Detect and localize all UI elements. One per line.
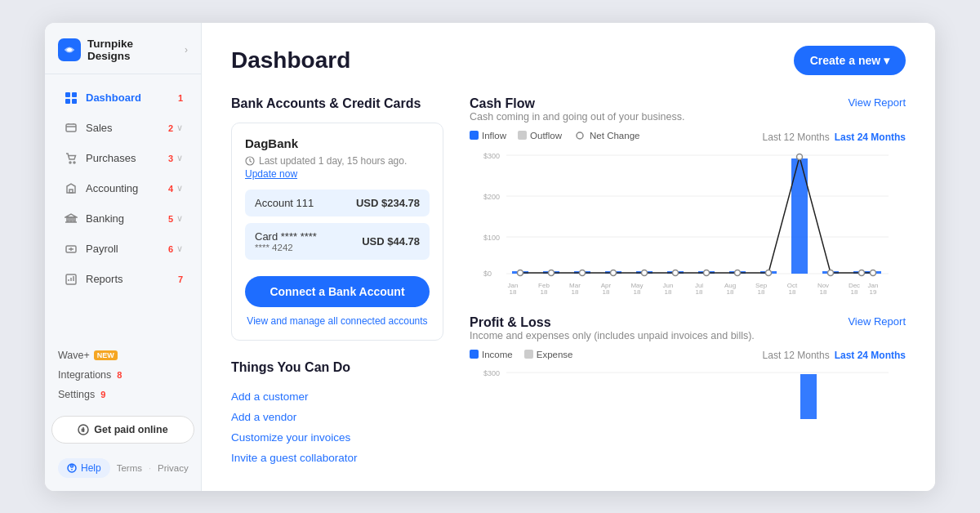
settings-label: Settings — [58, 389, 95, 400]
sidebar-footer: Help Terms · Privacy — [45, 452, 201, 478]
view-accounts-link[interactable]: View and manage all connected accounts — [245, 315, 430, 327]
pl-period-12-tab[interactable]: Last 12 Months — [763, 350, 830, 361]
invite-collaborator-link[interactable]: Invite a guest collaborator — [231, 448, 443, 468]
svg-text:18: 18 — [820, 288, 827, 294]
account-amount-2: USD $44.78 — [362, 235, 420, 248]
sidebar-item-label: Dashboard — [86, 91, 176, 104]
sidebar-bottom: Get paid online — [45, 408, 201, 452]
pl-header: Profit & Loss Income and expenses only (… — [470, 315, 906, 348]
pl-period-24-tab[interactable]: Last 24 Months — [835, 350, 906, 361]
privacy-link[interactable]: Privacy — [158, 463, 189, 473]
left-column: Bank Accounts & Credit Cards DagBank Las… — [231, 96, 443, 468]
svg-text:18: 18 — [572, 288, 579, 294]
svg-point-49 — [859, 270, 865, 275]
svg-point-42 — [642, 270, 648, 275]
nav-num-integrations: 8 — [117, 370, 122, 380]
sidebar-item-purchases[interactable]: Purchases 3 ∨ — [51, 144, 194, 173]
svg-text:$100: $100 — [483, 234, 500, 242]
terms-link[interactable]: Terms — [117, 463, 142, 473]
svg-point-41 — [611, 270, 617, 275]
main-header: Dashboard Create a new ▾ — [231, 46, 906, 75]
nav-num-dashboard: 1 — [178, 93, 183, 103]
main-content: Dashboard Create a new ▾ Bank Accounts &… — [202, 23, 935, 491]
expense-dot — [524, 350, 533, 359]
svg-rect-79 — [800, 374, 817, 419]
svg-point-5 — [69, 162, 71, 163]
bank-section-title: Bank Accounts & Credit Cards — [231, 96, 443, 111]
svg-point-48 — [828, 270, 834, 275]
sidebar-item-payroll[interactable]: Payroll 6 ∨ — [51, 234, 194, 264]
chevron-down-icon: ∨ — [176, 183, 183, 194]
period-12-tab[interactable]: Last 12 Months — [763, 132, 830, 143]
brand-logo — [58, 38, 81, 61]
svg-rect-9 — [70, 217, 72, 221]
svg-text:18: 18 — [541, 288, 548, 294]
pl-period-tabs: Last 12 Months Last 24 Months — [763, 350, 906, 361]
period-tabs: Last 12 Months Last 24 Months — [763, 132, 906, 143]
sidebar-item-label: Reports — [86, 273, 176, 285]
sidebar-item-label: Purchases — [86, 152, 166, 164]
get-paid-button[interactable]: Get paid online — [51, 416, 194, 444]
cashflow-view-report-link[interactable]: View Report — [848, 96, 906, 109]
sidebar-item-label: Payroll — [86, 243, 166, 255]
svg-point-43 — [673, 270, 679, 275]
cashflow-subtitle: Cash coming in and going out of your bus… — [470, 111, 684, 123]
nav-num-sales: 2 — [168, 123, 173, 133]
income-dot — [470, 350, 479, 359]
svg-text:18: 18 — [727, 288, 734, 294]
connect-bank-button[interactable]: Connect a Bank Account — [245, 276, 430, 307]
sidebar-item-sales[interactable]: Sales 2 ∨ — [51, 114, 194, 143]
customize-invoices-link[interactable]: Customize your invoices — [231, 427, 443, 448]
nav-num-settings: 9 — [100, 390, 105, 399]
sidebar-item-reports[interactable]: Reports 7 — [51, 265, 194, 294]
content-columns: Bank Accounts & Credit Cards DagBank Las… — [231, 96, 906, 468]
wave-plus-item[interactable]: Wave+ NEW — [58, 346, 188, 365]
things-section: Things You Can Do Add a customer Add a v… — [231, 360, 443, 468]
nav-num-banking: 5 — [168, 214, 173, 224]
wave-plus-label: Wave+ — [58, 350, 90, 361]
pl-title: Profit & Loss — [470, 315, 755, 330]
sidebar-item-integrations[interactable]: Integrations 8 — [58, 365, 188, 385]
period-24-tab[interactable]: Last 24 Months — [835, 132, 906, 143]
update-link[interactable]: Update now — [245, 168, 430, 180]
income-legend: Income — [470, 350, 513, 359]
add-vendor-link[interactable]: Add a vendor — [231, 407, 443, 427]
svg-text:19: 19 — [870, 288, 877, 294]
sidebar-item-accounting[interactable]: Accounting 4 ∨ — [51, 174, 194, 203]
create-new-button[interactable]: Create a new ▾ — [794, 46, 906, 75]
svg-rect-8 — [67, 217, 69, 221]
svg-point-45 — [735, 270, 741, 275]
account-label-2: Card **** **** **** 4242 — [255, 230, 317, 252]
help-button[interactable]: Help — [58, 458, 110, 478]
sidebar-item-label: Banking — [86, 212, 166, 225]
new-badge: NEW — [94, 350, 118, 360]
svg-text:$200: $200 — [483, 193, 500, 201]
brand-area[interactable]: Turnpike Designs › — [45, 23, 201, 74]
svg-point-50 — [871, 270, 876, 275]
sidebar-extras: Wave+ NEW Integrations 8 Settings 9 — [45, 337, 201, 408]
cashflow-title: Cash Flow — [470, 96, 684, 111]
svg-rect-0 — [65, 92, 70, 97]
bank-updated-text: Last updated 1 day, 15 hours ago. — [245, 155, 430, 167]
svg-rect-10 — [74, 217, 75, 221]
chevron-down-icon: ∨ — [176, 213, 183, 224]
help-label: Help — [81, 462, 101, 474]
svg-rect-1 — [72, 92, 77, 97]
nav-num-accounting: 4 — [168, 184, 173, 194]
svg-point-16 — [577, 132, 583, 139]
netchange-legend: Net Change — [573, 131, 639, 141]
inflow-legend: Inflow — [470, 131, 506, 141]
account-row-1: Account 111 USD $234.78 — [245, 190, 430, 216]
dashboard-icon — [63, 90, 79, 106]
svg-text:$0: $0 — [483, 270, 492, 278]
sidebar-item-dashboard[interactable]: Dashboard 1 — [51, 83, 194, 113]
net-change-icon — [573, 132, 586, 140]
add-customer-link[interactable]: Add a customer — [231, 386, 443, 407]
cashflow-chart: $300 $200 $100 $0 — [470, 147, 906, 294]
svg-point-40 — [580, 270, 586, 275]
svg-point-39 — [549, 270, 555, 275]
pl-view-report-link[interactable]: View Report — [848, 315, 906, 328]
sidebar-item-banking[interactable]: Banking 5 ∨ — [51, 204, 194, 234]
inflow-dot — [470, 131, 479, 140]
sidebar-item-settings[interactable]: Settings 9 — [58, 385, 188, 404]
